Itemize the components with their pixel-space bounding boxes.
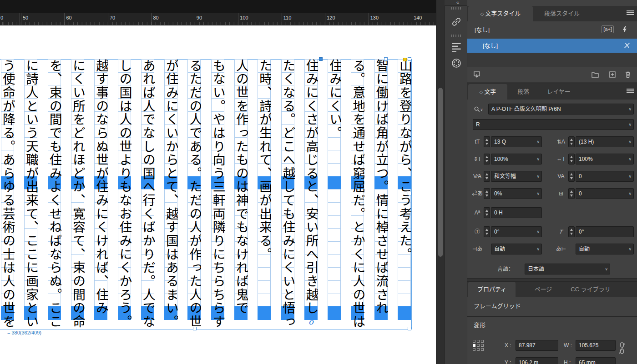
tracking-stepper[interactable] (568, 171, 575, 182)
chevron-down-icon[interactable]: ∨ (628, 120, 632, 130)
chevron-down-icon[interactable]: ∨ (628, 189, 632, 199)
frame-handle-bottom-right[interactable] (408, 327, 411, 330)
color-theme-panel-icon[interactable] (451, 58, 462, 69)
links-panel-icon[interactable] (451, 16, 462, 27)
chevron-down-icon[interactable]: ∨ (628, 104, 632, 114)
chevron-down-icon[interactable]: ∨ (628, 154, 632, 164)
frame-handle-top[interactable] (384, 57, 388, 61)
grid-column[interactable]: にくい所をどれほどか、寛容て、束の間の命 (71, 59, 84, 329)
font-search-icon[interactable]: ∨ (469, 104, 487, 115)
scrollbar-thumb[interactable] (438, 88, 443, 257)
horizontal-scale-stepper[interactable] (568, 154, 575, 165)
tab-paragraph[interactable]: 段落 (509, 84, 537, 100)
panel-menu-icon[interactable] (627, 10, 634, 16)
grid-column[interactable]: もない。やはり向う三軒両隣りにちらちらす (211, 59, 224, 329)
grid-column[interactable]: を、束の間でも住みよくせねばならぬ。ここ (48, 59, 61, 329)
aki-after-field[interactable]: 自動∨ (576, 244, 634, 254)
tab-pages[interactable]: ページ (526, 282, 560, 297)
kerning-field[interactable]: 和文等幅∨ (491, 171, 542, 182)
x-field[interactable]: 87.987 (516, 340, 558, 351)
h-field[interactable]: 65 mm (576, 357, 616, 364)
corner-editor-handle[interactable] (403, 58, 407, 61)
vertical-scrollbar[interactable] (436, 0, 445, 364)
tsume-stepper[interactable] (484, 188, 490, 199)
vertical-scale-stepper[interactable] (484, 154, 490, 165)
constrain-dimensions-icon[interactable] (618, 342, 626, 360)
font-size-field[interactable]: 13 Q∨ (491, 136, 542, 147)
vertical-scale-field[interactable]: 100%∨ (491, 154, 542, 165)
font-family-field[interactable]: A P-OTF 凸版文久明朝 Pr6N∨ (488, 104, 634, 115)
panel-menu-icon[interactable] (627, 89, 634, 94)
grid-column[interactable]: るただの人である。ただの人が作った人の世 (187, 59, 201, 329)
chevron-down-icon[interactable]: ∨ (536, 137, 540, 147)
grid-column[interactable]: 越す事のならぬ世が住みにくければ、住み (94, 59, 107, 329)
new-style-group-icon[interactable] (591, 70, 599, 79)
baseline-shift-field[interactable]: 0 H (491, 207, 542, 218)
grid-column[interactable]: しの国は人の世よりもなお住みにくかろう。 (118, 59, 131, 329)
chevron-down-icon[interactable]: ∨ (536, 244, 540, 254)
grid-kumi-stepper[interactable] (568, 188, 575, 199)
font-size-stepper[interactable] (484, 136, 490, 147)
chevron-down-icon[interactable]: ∨ (628, 244, 632, 254)
chevron-down-icon[interactable]: ∨ (628, 171, 632, 181)
redefine-style-icon[interactable] (622, 26, 630, 34)
tab-cc-libraries[interactable]: CC ライブラリ (561, 282, 620, 297)
chevron-down-icon[interactable]: ∨ (536, 154, 540, 164)
dock-grip[interactable] (451, 7, 461, 10)
leading-stepper[interactable] (568, 136, 575, 147)
tab-layers[interactable]: レイヤー (538, 84, 579, 100)
tracking-field[interactable]: 0∨ (576, 171, 634, 182)
character-rotation-stepper[interactable] (484, 226, 490, 237)
chevron-down-icon[interactable]: ∨ (605, 264, 608, 274)
grid-kumi-field[interactable]: 0∨ (576, 188, 634, 199)
baseline-shift-stepper[interactable] (484, 207, 490, 218)
load-styles-icon[interactable] (473, 70, 481, 79)
text-frame-border[interactable] (0, 59, 412, 329)
grid-column[interactable]: あれば人でなしの国へ行くばかりだ。人でな (141, 59, 154, 329)
paragraph-panel-icon[interactable] (451, 41, 462, 52)
frame-handle-bottom[interactable] (193, 327, 197, 330)
w-field[interactable]: 105.625 (576, 340, 616, 351)
aki-before-field[interactable]: 自動∨ (491, 244, 542, 254)
grid-column[interactable]: たくなる。どこへ越しても住みにくいと悟っ (281, 59, 294, 329)
grid-column[interactable]: る。意地を通せば窮屈だ。とかくに人の世は (351, 59, 364, 329)
chevron-down-icon[interactable]: ∨ (628, 137, 632, 147)
grid-column[interactable]: が住みにくいからとて、越す国はあるまい。 (164, 59, 177, 329)
tab-character[interactable]: ◇文字 (468, 84, 507, 100)
chevron-down-icon[interactable]: ∨ (536, 189, 540, 199)
grid-column[interactable]: う使命が降る。あらゆる芸術の士は人の世を (1, 59, 14, 329)
break-style-link-icon[interactable] (624, 42, 632, 50)
leading-field[interactable]: (13 H)∨ (576, 136, 634, 147)
frame-inport-handle[interactable] (319, 57, 323, 61)
delete-style-icon[interactable] (624, 70, 632, 79)
dock-grip[interactable] (451, 35, 461, 37)
frame-handle-right-mid[interactable] (408, 192, 411, 195)
collapse-dock-icon[interactable]: « (456, 0, 459, 5)
character-rotation-field[interactable]: 0°∨ (491, 226, 542, 237)
new-style-icon[interactable] (608, 70, 617, 79)
y-field[interactable]: 106.2 m (516, 357, 558, 364)
style-list-item-none[interactable]: [なし] (467, 39, 637, 53)
frame-handle-top-right[interactable] (408, 57, 411, 61)
tab-properties[interactable]: プロパティ (468, 282, 516, 297)
grid-column[interactable]: 人の世を作ったものは神でもなければ鬼で (234, 59, 248, 329)
font-style-field[interactable]: R∨ (473, 119, 634, 130)
horizontal-scale-field[interactable]: 100%∨ (576, 154, 634, 165)
document-canvas[interactable]: 05060708090100110120130140 山路を登りながら、こう考え… (0, 0, 436, 364)
text-outport-icon[interactable]: o (308, 317, 313, 326)
grid-column[interactable]: た時、詩が生れて、画が出来る。 (258, 59, 271, 329)
skew-field[interactable]: 0° (576, 226, 634, 237)
grid-column[interactable]: 智に働けば角が立つ。情に棹させば流され (374, 59, 388, 329)
tsume-field[interactable]: 0%∨ (491, 188, 542, 199)
chevron-down-icon[interactable]: ∨ (536, 171, 540, 181)
grid-column[interactable]: 住みにくい。 (328, 59, 341, 329)
skew-stepper[interactable] (568, 226, 575, 237)
tab-character-styles[interactable]: ◇文字スタイル (468, 6, 533, 21)
language-field[interactable]: 日本語∨ (525, 264, 610, 274)
reference-point-proxy[interactable] (473, 340, 485, 352)
kerning-stepper[interactable] (484, 171, 490, 182)
tab-paragraph-styles[interactable]: 段落スタイル (535, 6, 589, 21)
create-style-icon[interactable]: [a+] (602, 25, 614, 33)
chevron-down-icon[interactable]: ∨ (536, 227, 540, 237)
grid-column[interactable]: に詩人という天職が出来て、ここに画家とい (24, 59, 37, 329)
